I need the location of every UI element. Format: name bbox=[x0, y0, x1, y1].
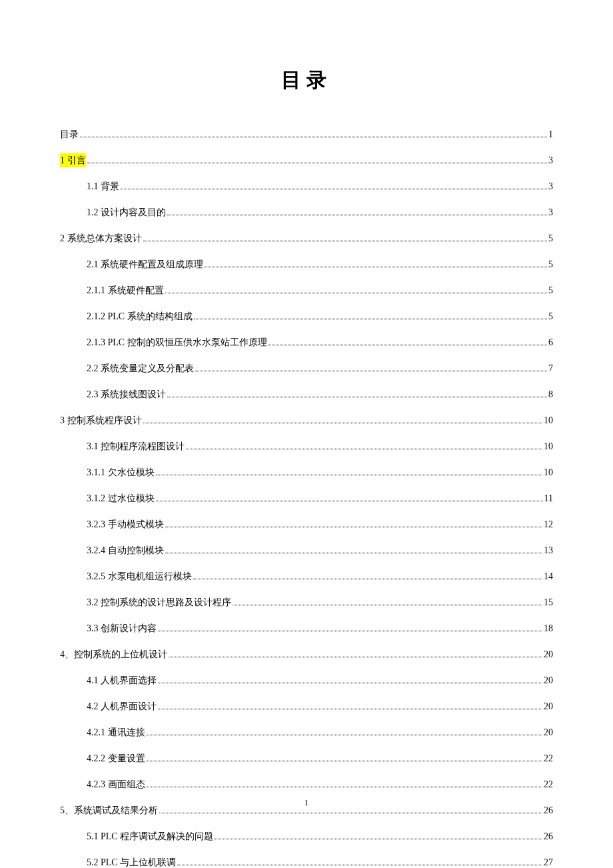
toc-entry-page: 22 bbox=[544, 751, 553, 765]
toc-entry-page: 5 bbox=[548, 283, 553, 297]
toc-entry: 2.3 系统接线图设计8 bbox=[60, 387, 553, 401]
toc-entry-page: 20 bbox=[544, 673, 553, 687]
toc-entry-page: 3 bbox=[548, 179, 553, 193]
toc-entry: 3.2.3 手动模式模块12 bbox=[60, 517, 553, 531]
table-of-contents: 目录11 引言31.1 背景31.2 设计内容及目的32 系统总体方案设计52.… bbox=[60, 127, 553, 868]
toc-entry-page: 14 bbox=[544, 569, 553, 583]
toc-entry: 4、控制系统的上位机设计20 bbox=[60, 647, 553, 661]
toc-entry-label: 4.2.3 画面组态 bbox=[87, 777, 145, 791]
toc-leader-dots bbox=[87, 163, 548, 163]
toc-entry: 目录1 bbox=[60, 127, 553, 141]
toc-entry: 2.1.2 PLC 系统的结构组成5 bbox=[60, 309, 553, 323]
toc-leader-dots bbox=[158, 631, 542, 631]
toc-leader-dots bbox=[165, 293, 548, 293]
toc-entry-label: 3 控制系统程序设计 bbox=[60, 413, 142, 427]
footer-page-number: 1 bbox=[0, 797, 613, 808]
toc-entry-label: 3.2 控制系统的设计思路及设计程序 bbox=[87, 595, 231, 609]
toc-entry-page: 10 bbox=[544, 413, 553, 427]
toc-entry-page: 3 bbox=[548, 205, 553, 219]
toc-entry-page: 15 bbox=[544, 595, 553, 609]
toc-entry-label: 2 系统总体方案设计 bbox=[60, 231, 142, 245]
toc-leader-dots bbox=[156, 501, 543, 501]
toc-leader-dots bbox=[147, 787, 543, 787]
toc-entry: 3.1.2 过水位模块11 bbox=[60, 491, 553, 505]
toc-entry-label: 4.2.2 变量设置 bbox=[87, 751, 145, 765]
toc-leader-dots bbox=[169, 657, 542, 657]
toc-entry: 2.1 系统硬件配置及组成原理5 bbox=[60, 257, 553, 271]
toc-leader-dots bbox=[158, 683, 542, 683]
toc-entry-label: 5.1 PLC 程序调试及解决的问题 bbox=[87, 829, 213, 843]
toc-leader-dots bbox=[233, 605, 542, 605]
toc-entry: 3.1.1 欠水位模块10 bbox=[60, 465, 553, 479]
toc-leader-dots bbox=[143, 241, 548, 241]
toc-entry-page: 11 bbox=[544, 491, 553, 505]
toc-entry-label: 3.2.4 自动控制模块 bbox=[87, 543, 164, 557]
toc-entry-page: 12 bbox=[544, 517, 553, 531]
toc-entry-label: 5.2 PLC 与上位机联调 bbox=[87, 855, 176, 868]
toc-entry-page: 27 bbox=[544, 855, 553, 868]
toc-entry-label: 2.1 系统硬件配置及组成原理 bbox=[87, 257, 203, 271]
toc-entry-label: 2.1.1 系统硬件配置 bbox=[87, 283, 164, 297]
toc-leader-dots bbox=[165, 527, 543, 527]
toc-leader-dots bbox=[158, 709, 542, 709]
toc-leader-dots bbox=[80, 137, 547, 137]
toc-entry: 5.2 PLC 与上位机联调27 bbox=[60, 855, 553, 868]
toc-leader-dots bbox=[156, 475, 543, 475]
toc-leader-dots bbox=[194, 319, 547, 319]
toc-entry-label: 3.1 控制程序流程图设计 bbox=[87, 439, 185, 453]
toc-entry: 3.2.5 水泵电机组运行模块14 bbox=[60, 569, 553, 583]
toc-entry-page: 8 bbox=[548, 387, 553, 401]
toc-entry: 3.2 控制系统的设计思路及设计程序15 bbox=[60, 595, 553, 609]
toc-entry: 4.1 人机界面选择20 bbox=[60, 673, 553, 687]
toc-entry-page: 1 bbox=[548, 127, 553, 141]
toc-entry-label: 2.1.2 PLC 系统的结构组成 bbox=[87, 309, 193, 323]
toc-entry-label: 目录 bbox=[60, 127, 79, 141]
toc-entry-label: 3.3 创新设计内容 bbox=[87, 621, 157, 635]
toc-leader-dots bbox=[269, 345, 547, 345]
toc-entry-label: 3.2.3 手动模式模块 bbox=[87, 517, 164, 531]
toc-entry-page: 13 bbox=[544, 543, 553, 557]
toc-entry: 3 控制系统程序设计10 bbox=[60, 413, 553, 427]
toc-entry: 1.2 设计内容及目的3 bbox=[60, 205, 553, 219]
toc-entry: 1.1 背景3 bbox=[60, 179, 553, 193]
toc-leader-dots bbox=[165, 553, 543, 553]
toc-entry-label: 1 引言 bbox=[60, 153, 86, 167]
toc-entry: 2.2 系统变量定义及分配表7 bbox=[60, 361, 553, 375]
toc-entry: 4.2.1 通讯连接20 bbox=[60, 725, 553, 739]
toc-entry-page: 6 bbox=[548, 335, 553, 349]
toc-entry-page: 18 bbox=[544, 621, 553, 635]
toc-entry-page: 5 bbox=[548, 231, 553, 245]
toc-entry-page: 22 bbox=[544, 777, 553, 791]
toc-leader-dots bbox=[195, 371, 547, 371]
toc-entry-label: 4.2.1 通讯连接 bbox=[87, 725, 145, 739]
page-title: 目录 bbox=[60, 67, 553, 94]
toc-entry-page: 20 bbox=[544, 647, 553, 661]
toc-entry-label: 2.1.3 PLC 控制的双恒压供水水泵站工作原理 bbox=[87, 335, 267, 349]
toc-entry: 5.1 PLC 程序调试及解决的问题26 bbox=[60, 829, 553, 843]
toc-entry-label: 2.2 系统变量定义及分配表 bbox=[87, 361, 194, 375]
toc-entry-page: 3 bbox=[548, 153, 553, 167]
toc-entry: 3.2.4 自动控制模块13 bbox=[60, 543, 553, 557]
toc-leader-dots bbox=[193, 579, 543, 579]
toc-entry-label: 3.2.5 水泵电机组运行模块 bbox=[87, 569, 192, 583]
toc-leader-dots bbox=[143, 423, 543, 423]
toc-entry: 3.1 控制程序流程图设计10 bbox=[60, 439, 553, 453]
toc-entry: 1 引言3 bbox=[60, 153, 553, 167]
toc-entry-label: 4、控制系统的上位机设计 bbox=[60, 647, 167, 661]
toc-entry-page: 20 bbox=[544, 725, 553, 739]
toc-entry: 3.3 创新设计内容18 bbox=[60, 621, 553, 635]
toc-entry: 2.1.3 PLC 控制的双恒压供水水泵站工作原理6 bbox=[60, 335, 553, 349]
toc-entry-label: 1.2 设计内容及目的 bbox=[87, 205, 166, 219]
toc-entry-page: 7 bbox=[548, 361, 553, 375]
toc-entry: 4.2.3 画面组态22 bbox=[60, 777, 553, 791]
toc-entry: 4.2.2 变量设置22 bbox=[60, 751, 553, 765]
toc-leader-dots bbox=[167, 397, 547, 397]
toc-leader-dots bbox=[147, 761, 543, 761]
toc-entry-label: 1.1 背景 bbox=[87, 179, 119, 193]
toc-leader-dots bbox=[121, 189, 547, 189]
toc-entry-page: 20 bbox=[544, 699, 553, 713]
toc-entry: 2.1.1 系统硬件配置5 bbox=[60, 283, 553, 297]
toc-leader-dots bbox=[147, 735, 543, 735]
toc-entry-label: 4.2 人机界面设计 bbox=[87, 699, 157, 713]
toc-entry-page: 5 bbox=[548, 257, 553, 271]
